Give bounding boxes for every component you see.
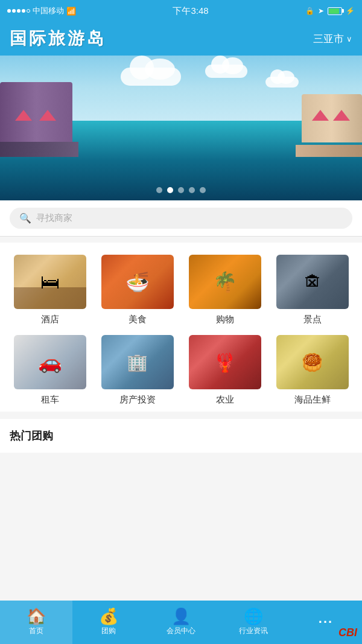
cat-img-realestate [101, 335, 174, 389]
cat-item-agri[interactable]: 农业 [183, 335, 266, 406]
city-name: 三亚市 [313, 32, 344, 46]
cat-label-hotel: 酒店 [41, 314, 59, 325]
cat-img-car [14, 335, 86, 389]
cat-item-food[interactable]: 美食 [96, 255, 179, 325]
nav-item-home[interactable]: 🏠 首页 [0, 601, 72, 644]
banner-dot-2[interactable] [167, 187, 173, 193]
category-grid: 酒店美食购物景点租车房产投资农业海品生鲜 [6, 255, 356, 406]
cat-img-seafood [276, 335, 349, 389]
nav-item-groupbuy[interactable]: 💰 团购 [72, 601, 145, 644]
cat-item-shopping[interactable]: 购物 [183, 255, 266, 325]
cbi-text: CBI [338, 626, 357, 639]
signal-dot-4 [22, 9, 25, 13]
battery-icon [328, 7, 342, 15]
groupbuy-icon: 💰 [99, 608, 118, 624]
pool-deck-left [0, 142, 78, 157]
cloud-2 [205, 65, 247, 78]
search-input-wrap[interactable]: 🔍 寻找商家 [10, 208, 352, 229]
nav-spacer [0, 453, 362, 501]
building-right [302, 94, 362, 142]
hotbuy-section: 热门团购 [0, 419, 362, 453]
cat-item-hotel[interactable]: 酒店 [8, 255, 91, 325]
lock-icon: 🔒 [305, 7, 314, 15]
nav-label-home: 首页 [29, 626, 43, 636]
categories-section: 酒店美食购物景点租车房产投资农业海品生鲜 [0, 243, 362, 412]
cat-img-shopping [189, 255, 261, 309]
chevron-down-icon: ∨ [346, 34, 352, 43]
bottom-nav: 🏠 首页 💰 团购 👤 会员中心 🌐 行业资讯 ··· CBI [0, 601, 362, 644]
cat-item-car[interactable]: 租车 [8, 335, 91, 406]
nav-label-news: 行业资讯 [239, 626, 268, 636]
status-left: 中国移动 📶 [7, 5, 76, 16]
banner-dots[interactable] [156, 187, 206, 193]
cloud-1 [121, 68, 181, 86]
signal-dot-1 [7, 9, 11, 13]
nav-item-member[interactable]: 👤 会员中心 [145, 601, 217, 644]
location-icon: ➤ [318, 7, 324, 15]
app-title: 国际旅游岛 [10, 27, 106, 50]
nav-item-more[interactable]: ··· CBI [290, 601, 362, 644]
cat-label-seafood: 海品生鲜 [294, 394, 331, 406]
search-bar: 🔍 寻找商家 [0, 200, 362, 237]
banner-dot-1[interactable] [156, 187, 162, 193]
umbrella-3 [312, 110, 329, 121]
home-icon: 🏠 [27, 608, 46, 624]
cat-label-food: 美食 [129, 314, 147, 325]
signal-dot-2 [12, 9, 16, 13]
pool-deck-right [296, 145, 362, 157]
cloud-3 [265, 77, 299, 88]
cbi-watermark-area: CBI [276, 589, 362, 644]
cat-item-realestate[interactable]: 房产投资 [96, 335, 179, 406]
nav-label-groupbuy: 团购 [101, 626, 116, 636]
cat-label-scenic: 景点 [303, 314, 322, 325]
building-left [0, 82, 72, 142]
status-time: 下午3:48 [173, 5, 208, 17]
wifi-icon: 📶 [66, 7, 76, 16]
cat-item-scenic[interactable]: 景点 [271, 255, 354, 325]
app-header: 国际旅游岛 三亚市 ∨ [0, 22, 362, 56]
lightning-icon: ⚡ [346, 7, 355, 15]
signal-dot-5 [27, 9, 30, 13]
status-right: 🔒 ➤ ⚡ [305, 7, 355, 15]
signal-dot-3 [17, 9, 21, 13]
signal-dots [7, 9, 30, 13]
cat-item-seafood[interactable]: 海品生鲜 [271, 335, 354, 406]
search-placeholder[interactable]: 寻找商家 [36, 212, 72, 224]
banner-dot-5[interactable] [200, 187, 206, 193]
news-icon: 🌐 [244, 608, 263, 624]
battery-fill [329, 8, 339, 14]
umbrella-4 [333, 110, 350, 121]
hotbuy-title: 热门团购 [10, 429, 352, 443]
member-icon: 👤 [171, 608, 191, 624]
cat-img-hotel [14, 255, 86, 309]
cat-img-agri [189, 335, 261, 389]
banner-dot-3[interactable] [178, 187, 184, 193]
cat-label-shopping: 购物 [216, 314, 234, 325]
cat-img-food [101, 255, 174, 309]
city-selector[interactable]: 三亚市 ∨ [313, 32, 352, 46]
nav-label-member: 会员中心 [167, 626, 195, 636]
umbrella-1 [15, 110, 32, 121]
status-bar: 中国移动 📶 下午3:48 🔒 ➤ ⚡ [0, 0, 362, 22]
cat-label-car: 租车 [41, 394, 59, 406]
carrier-label: 中国移动 [33, 5, 64, 16]
umbrella-2 [39, 110, 56, 121]
cat-label-realestate: 房产投资 [119, 394, 156, 406]
cat-img-scenic [276, 255, 349, 309]
search-icon: 🔍 [19, 212, 31, 224]
hero-banner[interactable] [0, 56, 362, 200]
cat-label-agri: 农业 [216, 394, 234, 406]
banner-dot-4[interactable] [189, 187, 195, 193]
